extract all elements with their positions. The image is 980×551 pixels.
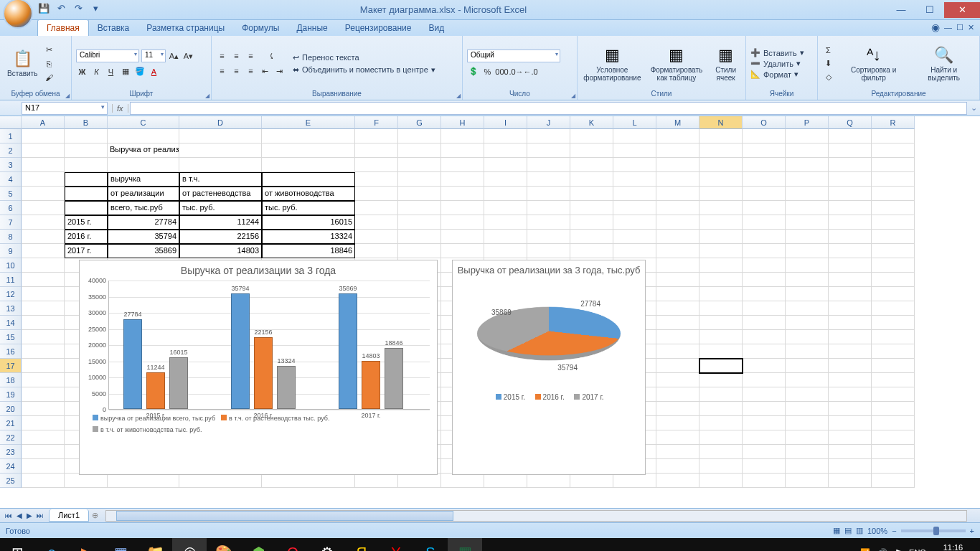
new-sheet-icon[interactable]: ⊕ [89,511,101,520]
underline-button[interactable]: Ч [105,65,117,77]
skype-icon[interactable]: S [413,538,448,551]
cut-icon[interactable]: ✂ [43,44,55,56]
percent-icon[interactable]: % [481,65,494,77]
row-header[interactable]: 8 [0,230,22,244]
cell[interactable]: 13324 [262,230,355,244]
minimize-ribbon-icon[interactable]: — [944,23,952,32]
cell[interactable]: тыс. руб. [262,201,355,215]
decrease-font-icon[interactable]: A▾ [182,50,194,62]
column-header[interactable]: M [656,116,699,129]
row-header[interactable]: 19 [0,387,22,402]
column-header[interactable]: P [786,116,829,129]
sheet-tab-1[interactable]: Лист1 [49,509,89,522]
expand-icon[interactable]: ◢ [456,93,461,99]
expand-icon[interactable]: ◢ [205,93,209,99]
column-header[interactable]: E [262,116,355,129]
currency-icon[interactable]: 💲 [467,65,479,77]
italic-button[interactable]: К [90,65,103,77]
row-header[interactable]: 12 [0,287,22,301]
maximize-button[interactable]: ☐ [915,2,944,18]
row-header[interactable]: 6 [0,201,22,215]
autosum-icon[interactable]: Σ [822,44,834,56]
row-header[interactable]: 9 [0,244,22,258]
row-header[interactable]: 2 [0,143,22,158]
row-header[interactable]: 25 [0,474,22,488]
row-header[interactable]: 24 [0,459,22,474]
tab-insert[interactable]: Вставка [89,20,138,36]
sort-filter-button[interactable]: ᴬ↓Сортировка и фильтр [837,44,910,83]
row-header[interactable]: 14 [0,316,22,330]
row-header[interactable]: 11 [0,273,22,287]
cell[interactable]: 27784 [108,215,179,230]
row-header[interactable]: 5 [0,187,22,201]
column-header[interactable]: H [441,116,484,129]
yandex-icon[interactable]: Я [344,538,379,551]
column-header[interactable]: F [355,116,398,129]
cell[interactable]: 22156 [179,230,262,244]
cell[interactable]: от растеневодства [179,187,262,201]
row-header[interactable]: 22 [0,430,22,445]
redo-icon[interactable]: ↷ [72,1,85,14]
format-as-table-button[interactable]: ▦Форматировать как таблицу [646,44,707,83]
column-header[interactable]: C [108,116,179,129]
row-header[interactable]: 13 [0,301,22,316]
cell[interactable]: 18846 [262,244,355,258]
excel-icon[interactable]: ▦ [448,538,482,551]
help-icon[interactable]: ◉ [931,22,940,33]
tab-formulas[interactable]: Формулы [233,20,288,36]
align-middle-icon[interactable]: ≡ [230,50,242,62]
row-header[interactable]: 15 [0,330,22,344]
cell[interactable]: 14803 [179,244,262,258]
align-right-icon[interactable]: ≡ [245,65,257,77]
orientation-icon[interactable]: ⤹ [265,50,278,62]
tab-page-layout[interactable]: Разметка страницы [138,20,233,36]
row-header[interactable]: 4 [0,172,22,187]
tab-review[interactable]: Рецензирование [336,20,420,36]
horizontal-scrollbar[interactable] [105,510,967,522]
pie-chart[interactable]: Выручка от реализации за 3 года, тыс.руб… [452,260,646,475]
clear-icon[interactable]: ◇ [822,71,834,83]
merge-center-button[interactable]: ⬌Объединить и поместить в центре ▾ [293,65,435,75]
tab-data[interactable]: Данные [288,20,336,36]
close-workbook-icon[interactable]: ✕ [968,23,974,32]
thousands-icon[interactable]: 000 [496,65,508,77]
expand-icon[interactable]: ◢ [65,93,70,99]
column-header[interactable]: K [570,116,613,129]
chrome-icon[interactable]: ◎ [172,538,207,551]
view-layout-icon[interactable]: ▤ [844,526,852,535]
formula-input[interactable] [130,102,967,115]
undo-icon[interactable]: ↶ [55,1,67,14]
yandex-browser-icon[interactable]: Y [379,538,413,551]
formula-expand-icon[interactable]: ⌄ [967,103,980,113]
border-icon[interactable]: ▦ [119,65,131,77]
wrap-text-button[interactable]: ↩Перенос текста [293,53,435,62]
row-header[interactable]: 20 [0,402,22,416]
column-header[interactable]: R [872,116,915,129]
wifi-icon[interactable]: 📶 [860,548,870,552]
start-button[interactable]: ⊞ [0,538,34,551]
column-header[interactable]: Q [829,116,872,129]
cell[interactable] [262,172,355,187]
app-icon[interactable]: ▦ [103,538,138,551]
font-size-select[interactable]: 11 [141,50,166,62]
save-icon[interactable]: 💾 [37,1,50,14]
bar-chart[interactable]: Выручка от реализации за 3 года 05000100… [79,260,438,475]
align-left-icon[interactable]: ≡ [216,65,228,77]
cell[interactable]: 2016 г. [65,230,108,244]
insert-cells-button[interactable]: ➕ Вставить ▾ [750,48,804,57]
view-normal-icon[interactable]: ▦ [833,526,840,535]
cell[interactable] [65,201,108,215]
cell[interactable] [65,187,108,201]
row-header[interactable]: 3 [0,158,22,172]
cell[interactable]: 11244 [179,215,262,230]
column-header[interactable]: L [613,116,656,129]
conditional-format-button[interactable]: ▦Условное форматирование [582,44,643,83]
zoom-out-icon[interactable]: − [892,527,896,535]
delete-cells-button[interactable]: ➖ Удалить ▾ [750,59,804,68]
cell[interactable] [65,172,108,187]
cell[interactable]: 35869 [108,244,179,258]
align-bottom-icon[interactable]: ≡ [245,50,257,62]
ie-icon[interactable]: e [34,538,69,551]
explorer-icon[interactable]: 📁 [138,538,172,551]
format-painter-icon[interactable]: 🖌 [43,71,55,83]
